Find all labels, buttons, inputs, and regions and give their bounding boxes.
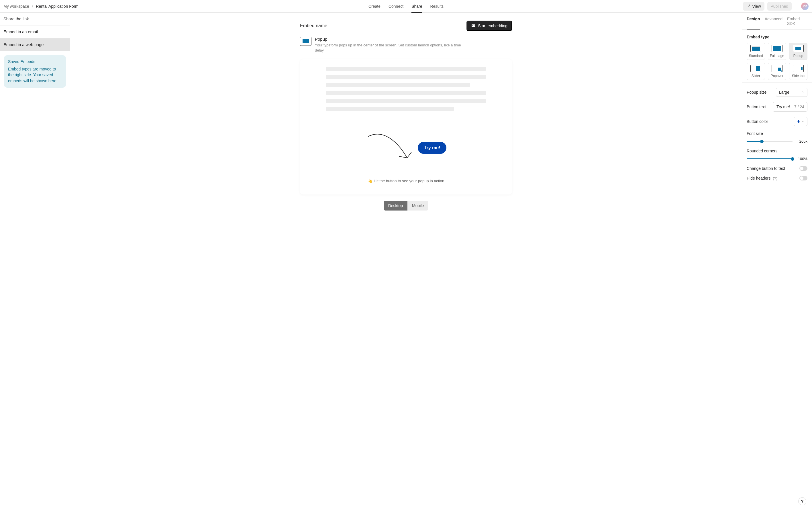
embed-type-popover-label: Popover bbox=[771, 74, 784, 80]
nav-connect[interactable]: Connect bbox=[388, 0, 403, 12]
embed-type-summary: Popup Your typeform pops up in the cente… bbox=[300, 37, 512, 53]
button-color-label: Button color bbox=[747, 119, 768, 124]
sidebar-share-link[interactable]: Share the link bbox=[0, 12, 70, 26]
view-button-label: View bbox=[752, 4, 761, 8]
divider bbox=[797, 3, 797, 9]
button-text-label: Button text bbox=[747, 104, 766, 109]
embed-type-standard-label: Standard bbox=[749, 54, 763, 60]
embed-type-section-title: Embed type bbox=[747, 35, 807, 39]
embed-type-popup[interactable]: Popup bbox=[789, 43, 807, 60]
arrow-illustration-icon bbox=[366, 126, 414, 169]
published-button: Published bbox=[767, 2, 792, 10]
fullpage-icon bbox=[772, 45, 782, 52]
button-color-row: Button color bbox=[747, 117, 807, 126]
rounded-corners-row: Rounded corners 100% bbox=[747, 149, 807, 161]
popup-size-label: Popup size bbox=[747, 90, 766, 94]
font-size-row: Font size 20px bbox=[747, 131, 807, 144]
skeleton-line bbox=[326, 99, 486, 103]
font-size-slider[interactable] bbox=[747, 141, 792, 142]
help-icon[interactable]: (?) bbox=[773, 176, 777, 180]
preview-cta-area: Try me! bbox=[366, 126, 447, 169]
preview-hint: 👆 Hit the button to see your popup in ac… bbox=[368, 178, 444, 183]
popup-type-icon bbox=[300, 37, 312, 46]
embed-name-label: Embed name bbox=[300, 23, 327, 28]
change-to-text-label: Change button to text bbox=[747, 166, 785, 171]
rounded-corners-label: Rounded corners bbox=[747, 149, 807, 153]
embed-name-row: Embed name Start embedding bbox=[300, 21, 512, 31]
nav-create[interactable]: Create bbox=[369, 0, 380, 12]
embed-type-fullpage[interactable]: Full-page bbox=[768, 43, 786, 60]
breadcrumb-separator: / bbox=[32, 4, 33, 8]
avatar-initials: PR bbox=[803, 5, 807, 8]
embed-type-slider-label: Slider bbox=[752, 74, 760, 80]
rounded-corners-slider[interactable] bbox=[747, 158, 792, 159]
device-desktop[interactable]: Desktop bbox=[384, 201, 407, 211]
user-avatar[interactable]: PR bbox=[801, 3, 809, 10]
nav-results[interactable]: Results bbox=[430, 0, 443, 12]
divider bbox=[742, 82, 812, 83]
embed-type-popover[interactable]: Popover bbox=[768, 63, 786, 80]
preview-card: Try me! 👆 Hit the button to see your pop… bbox=[300, 59, 512, 194]
saved-embeds-card: Saved Embeds Embed types are moved to th… bbox=[4, 55, 66, 88]
chevron-down-icon bbox=[802, 90, 805, 94]
skeleton-line bbox=[326, 91, 486, 95]
rounded-corners-value: 100% bbox=[796, 157, 807, 161]
embed-type-standard[interactable]: Standard bbox=[747, 43, 765, 60]
start-embedding-button[interactable]: Start embedding bbox=[466, 21, 512, 31]
hide-headers-row: Hide headers (?) bbox=[747, 176, 807, 180]
breadcrumb-form-name[interactable]: Rental Application Form bbox=[36, 4, 79, 8]
embed-type-sidetab-label: Side tab bbox=[792, 74, 805, 80]
button-text-field[interactable]: 7 / 24 bbox=[773, 102, 807, 112]
tab-advanced[interactable]: Advanced bbox=[765, 12, 782, 29]
font-size-value: 20px bbox=[796, 139, 807, 144]
button-color-picker[interactable] bbox=[794, 117, 807, 126]
sidebar-embed-email[interactable]: Embed in an email bbox=[0, 26, 70, 38]
button-text-counter: 7 / 24 bbox=[794, 104, 804, 109]
standard-icon bbox=[750, 45, 761, 52]
slider-icon bbox=[750, 65, 761, 72]
skeleton-line bbox=[326, 75, 486, 79]
embed-type-desc: Your typeform pops up in the center of t… bbox=[315, 43, 464, 53]
popup-icon bbox=[793, 45, 804, 52]
hide-headers-label: Hide headers (?) bbox=[747, 176, 777, 180]
try-me-button[interactable]: Try me! bbox=[418, 142, 447, 154]
popup-size-row: Popup size Large bbox=[747, 88, 807, 97]
embed-type-sidetab[interactable]: Side tab bbox=[789, 63, 807, 80]
embed-type-fullpage-label: Full-page bbox=[770, 54, 784, 60]
change-to-text-toggle[interactable] bbox=[800, 166, 807, 171]
design-panel-tabs: Design Advanced Embed SDK bbox=[742, 12, 812, 30]
tab-embed-sdk[interactable]: Embed SDK bbox=[787, 12, 807, 29]
change-to-text-row: Change button to text bbox=[747, 166, 807, 171]
device-mobile[interactable]: Mobile bbox=[407, 201, 428, 211]
popup-size-value: Large bbox=[779, 90, 789, 94]
embed-type-slider[interactable]: Slider bbox=[747, 63, 765, 80]
nav-share[interactable]: Share bbox=[411, 0, 422, 12]
view-button[interactable]: View bbox=[743, 2, 764, 10]
embed-type-grid: Standard Full-page Popup Slider Popover … bbox=[747, 43, 807, 80]
right-panel: Design Advanced Embed SDK Embed type Sta… bbox=[742, 12, 812, 511]
top-bar: My workspace / Rental Application Form C… bbox=[0, 0, 812, 12]
embed-type-title: Popup bbox=[315, 37, 464, 41]
left-sidebar: Share the link Embed in an email Embed i… bbox=[0, 12, 70, 511]
breadcrumb-workspace[interactable]: My workspace bbox=[3, 4, 29, 8]
code-icon bbox=[471, 24, 475, 28]
saved-embeds-title: Saved Embeds bbox=[8, 59, 62, 64]
skeleton-line bbox=[326, 83, 470, 87]
top-right-controls: View Published PR bbox=[743, 2, 809, 10]
help-fab-button[interactable]: ? bbox=[798, 497, 806, 505]
sidebar-embed-web[interactable]: Embed in a web page bbox=[0, 38, 70, 51]
popup-size-select[interactable]: Large bbox=[776, 88, 807, 97]
device-toggle: Desktop Mobile bbox=[384, 201, 429, 211]
main-shell: Share the link Embed in an email Embed i… bbox=[0, 12, 812, 511]
popover-icon bbox=[772, 65, 782, 72]
font-size-label: Font size bbox=[747, 131, 807, 136]
top-nav: Create Connect Share Results bbox=[369, 0, 443, 12]
published-button-label: Published bbox=[771, 4, 788, 8]
saved-embeds-body: Embed types are moved to the right side.… bbox=[8, 66, 62, 84]
start-embedding-label: Start embedding bbox=[478, 24, 508, 28]
skeleton-lines bbox=[326, 67, 486, 111]
button-text-input[interactable] bbox=[776, 104, 792, 110]
hide-headers-toggle[interactable] bbox=[800, 176, 807, 180]
tab-design[interactable]: Design bbox=[747, 12, 760, 29]
embed-type-popup-label: Popup bbox=[793, 54, 804, 60]
